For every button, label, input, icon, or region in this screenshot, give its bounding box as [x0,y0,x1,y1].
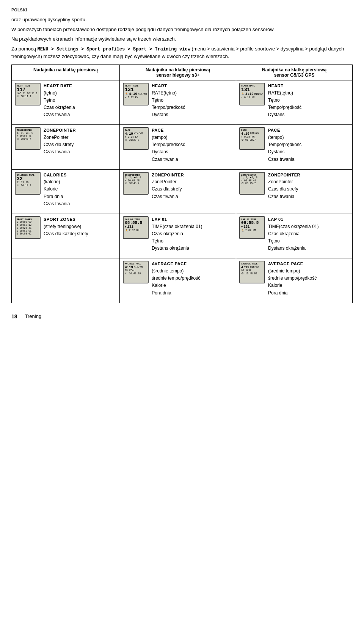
row2-col2: PACE 4:19MIN/KM ⬆ 0.34 KM ⏱ 01:28.7 PACE… [120,125,236,169]
watch-screen-pace: PACE 4:19MIN/KM ⬆ 0.34 KM ⏱ 01:28.7 [123,127,149,150]
section-title: Trening [25,313,42,319]
device-desc-pace: PACE (tempo) Tempo/prędkość Dystans Czas… [152,127,185,163]
device-desc-hr3: HEART RATE(tętno) Tętno Tempo/prędkość D… [268,83,301,118]
table-row: SPORT ZONES 5 00:00 00 4 00:10 12 3 00:2… [12,214,353,258]
page-language: POLSKI [11,8,353,12]
device-desc-zp: ZONEPOINTER ZonePointer Czas dla strefy … [44,127,76,156]
col2-header: Nadajnika na klatkę piersiową sensor bie… [120,65,236,80]
watch-screen-zp2: ZONEPOINTER 1, 2, ♥4, 5 ⬆ 00:08 45 ⏱ 08:… [123,172,149,195]
row4-col3: LAP 01 TIME 08:55.5 ♥131 🏃2.07 KM LAP 01… [236,214,353,258]
device-desc-lap2: LAP 01 TIME(czas okrążenia 01) Czas okrą… [268,216,318,252]
device-desc-hr2: HEART RATE(tętno) Tętno Tempo/prędkość D… [152,83,185,118]
col3-header: Nadajnika na klatkę piersiową sensor G5/… [236,65,353,80]
watch-screen-lap2: LAP 01 TIME 08:55.5 ♥131 🏃2.07 KM [239,216,265,239]
device-desc-avgpace2: AVERAGE PACE (średnie tempo) średnie tem… [268,261,317,296]
table-row: HEART RATE 117 LAP 01 00:11.1 ⏱ 00:11.1 … [12,80,353,125]
table-row: AVERAGE PACE 4:19MIN/KM 95 KCAL ⏱ 10:45 … [12,258,353,303]
table-row: ZONEPOINTER 1, 2, ♥4, 5 ⬆ 00:08 45 ⏱ 08:… [12,125,353,169]
row3-col3: ZONEPOINTER 1, 2, ♥4, 5 ⬆ 00:08 45 ⏱ 08:… [236,169,353,214]
device-desc-zp2: ZONEPOINTER ZonePointer Czas dla strefy … [152,172,184,200]
row3-col1: CALORIES KCAL 32 11:28 50 ⏱ 04:18.2 CALO… [12,169,120,214]
table-row: CALORIES KCAL 32 11:28 50 ⏱ 04:18.2 CALO… [12,169,353,214]
intro-p1: oraz uprawianej dyscypliny sportu. [11,16,353,24]
row5-col2: AVERAGE PACE 4:19MIN/KM 95 KCAL ⏱ 10:45 … [120,258,236,303]
row1-col2: HEART RATE 131 🏃4:19MIN/KM ⬆ 0:02 KM HEA… [120,80,236,125]
row1-col3: HEART RATE 131 🏃4:19MIN/KM ⬆ 0:18 KM HEA… [236,80,353,125]
data-table: Nadajnika na klatkę piersiową Nadajnika … [11,65,353,303]
device-desc-zp3: ZONEPOINTER ZonePointer Czas dla strefy … [268,172,300,200]
page-number: 18 [11,313,17,319]
watch-screen-lap: LAP 01 TIME 08:55.5 ♥131 🏃2.07 KM [123,216,149,239]
watch-screen-avgpace2: AVERAGE PACE 4:19MIN/KM 95 KCAL ⏱ 10:45 … [239,261,265,283]
col1-header: Nadajnika na klatkę piersiową [12,65,120,80]
intro-p3: Na przykładowych ekranach informacje wyś… [11,35,353,43]
device-desc-hr: HEART RATE (tętno) Tętno Czas okrążenia … [44,83,75,118]
device-desc-avgpace: AVERAGE PACE (średnie tempo) średnie tem… [152,261,200,296]
device-desc-sz: SPORT ZONES (strefy treningowe) Czas dla… [44,216,88,238]
watch-screen-pace2: PACE 4:19MIN/KM ⬆ 0.34 KM ⏱ 01:28.7 [239,127,265,150]
row5-col1 [12,258,120,303]
device-desc-pace2: PACE (tempo) Tempo/prędkość Dystans Czas… [268,127,301,163]
row2-col1: ZONEPOINTER 1, 2, ♥4, 5 ⬆ 00:08 45 ⏱ 08:… [12,125,120,169]
row1-col1: HEART RATE 117 LAP 01 00:11.1 ⏱ 00:11.1 … [12,80,120,125]
device-desc-cal: CALORIES (kalorie) Kalorie Pora dnia Cza… [44,172,70,208]
row5-col3: AVERAGE PACE 4:19MIN/KM 95 KCAL ⏱ 10:45 … [236,258,353,303]
device-desc-lap: LAP 01 TIME(czas okrążenia 01) Czas okrą… [152,216,202,252]
watch-screen-hr2: HEART RATE 131 🏃4:19MIN/KM ⬆ 0:02 KM [123,83,149,105]
footer: 18 Trening [11,311,353,319]
watch-screen-avgpace: AVERAGE PACE 4:19MIN/KM 95 KCAL ⏱ 10:45 … [123,261,149,283]
row2-col3: PACE 4:19MIN/KM ⬆ 0.34 KM ⏱ 01:28.7 PACE… [236,125,353,169]
row3-col2: ZONEPOINTER 1, 2, ♥4, 5 ⬆ 00:08 45 ⏱ 08:… [120,169,236,214]
row4-col2: LAP 01 TIME 08:55.5 ♥131 🏃2.07 KM LAP 01… [120,214,236,258]
watch-screen-sz: SPORT ZONES 5 00:00 00 4 00:10 12 3 00:2… [15,216,41,239]
intro-p4: Za pomocą MENU > Settings > Sport profil… [11,45,353,60]
intro-p2: W poniższych tabelach przedstawiono dost… [11,26,353,33]
watch-screen-hr: HEART RATE 117 LAP 01 00:11.1 ⏱ 00:11.1 [15,83,41,105]
watch-screen-zp3: ZONEPOINTER 1, 2, ♥4, 5 ⬆ 00:08 45 ⏱ 08:… [239,172,265,195]
row4-col1: SPORT ZONES 5 00:00 00 4 00:10 12 3 00:2… [12,214,120,258]
watch-screen-cal: CALORIES KCAL 32 11:28 50 ⏱ 04:18.2 [15,172,41,195]
watch-screen-hr3: HEART RATE 131 🏃4:19MIN/KM ⬆ 0:18 KM [239,83,265,105]
watch-screen-zp: ZONEPOINTER 1, 2, ♥4, 5 ⬆ 00:08 45 ⏱ 08:… [15,127,41,150]
menu-path: MENU > Settings > Sport profiles > Sport… [38,47,190,52]
